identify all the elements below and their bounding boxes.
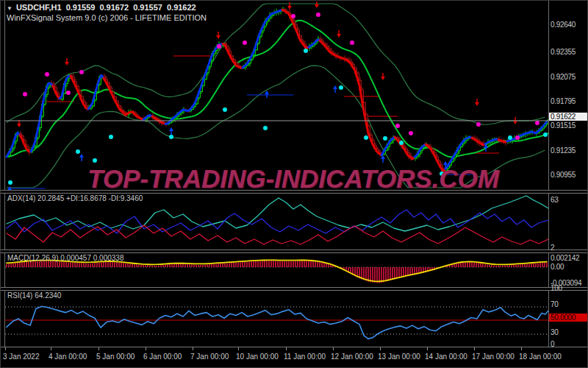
low-value: 0.91557: [133, 3, 162, 12]
time-label: 6 Jan 00:00: [143, 353, 182, 361]
bollinger-bands: [7, 4, 545, 188]
time-label: 5 Jan 00:00: [96, 353, 135, 361]
open-value: 0.91559: [66, 3, 96, 12]
scale-label: 0.91235: [551, 146, 576, 155]
scale-label: 0.92355: [551, 48, 576, 56]
adx-panel[interactable]: [7, 196, 548, 244]
high-value: 0.91672: [99, 3, 129, 12]
scale-label: 0.91515: [551, 121, 576, 130]
symbol-label: USDCHF,H1: [16, 3, 62, 12]
scale-label: 100: [551, 284, 562, 292]
scale-label: 63: [551, 196, 559, 204]
time-label: 3 Jan 2022: [3, 353, 40, 361]
scale-label: 2: [551, 244, 554, 252]
scale-label: 70: [551, 300, 559, 308]
time-tick: [427, 347, 428, 350]
macd-histogram: [7, 261, 547, 283]
scale-label: 30: [551, 328, 559, 336]
watermark-text: TOP-TRADING-INDICATORS.COM: [87, 164, 514, 194]
scale-label: 0.91795: [551, 97, 576, 105]
adx-series--DI: [7, 225, 548, 244]
time-tick: [286, 347, 287, 350]
time-axis[interactable]: 3 Jan 20224 Jan 00:005 Jan 00:006 Jan 00…: [1, 347, 588, 368]
close-value: 0.91622: [167, 3, 196, 12]
time-label: 10 Jan 00:00: [236, 353, 279, 361]
chart-left-border: [4, 1, 5, 347]
adx-series-+DI: [7, 210, 548, 233]
scale-label: 0.90955: [551, 171, 576, 179]
time-label: 18 Jan 00:00: [519, 353, 562, 361]
slow-ma-line: [7, 21, 548, 157]
scale-label: 0.92075: [551, 73, 576, 81]
time-tick: [5, 347, 6, 350]
time-label: 7 Jan 00:00: [190, 353, 229, 361]
mt4-chart-window: ▼USDCHF,H10.915590.916720.915570.91622 W…: [0, 0, 588, 368]
signal-dots: [8, 13, 548, 185]
scale-label: 0.002142: [551, 254, 579, 262]
time-tick: [380, 347, 381, 350]
time-tick: [146, 347, 146, 350]
rsi-label: RSI(14) 64.2340: [7, 291, 61, 300]
time-tick: [474, 347, 475, 350]
time-label: 4 Jan 00:00: [49, 353, 87, 361]
time-label: 14 Jan 00:00: [425, 353, 467, 361]
macd-panel[interactable]: [5, 260, 548, 283]
price-scale[interactable]: 0.926400.923550.920750.917950.916220.915…: [549, 1, 588, 347]
scale-label-highlight: 0.91622: [549, 113, 588, 121]
scale-label: 0.92640: [551, 21, 576, 29]
time-tick: [193, 347, 193, 350]
scale-label: 0.00: [551, 263, 564, 271]
scale-label-highlight: 50.0000: [549, 314, 588, 322]
time-label: 13 Jan 00:00: [378, 353, 420, 361]
time-tick: [51, 347, 51, 350]
macd-label: MACD(12,26,9) 0.000457 0.000338: [7, 254, 123, 262]
time-label: 17 Jan 00:00: [472, 353, 514, 361]
panel-splitter-adx-macd[interactable]: [1, 250, 588, 253]
rsi-panel[interactable]: [5, 306, 548, 339]
chart-header: ▼USDCHF,H10.915590.916720.915570.91622: [7, 3, 196, 12]
panel-splitter-macd-rsi[interactable]: [1, 287, 588, 291]
adx-label: ADX(14) 20.2845 +DI:16.8678 -DI:9.3460: [7, 194, 143, 202]
system-edition-label: WinFXSignal System 9.0 (c) 2006 - LIFETI…: [7, 13, 207, 22]
time-label: 12 Jan 00:00: [331, 353, 373, 361]
symbol-dropdown-icon[interactable]: ▼: [7, 5, 12, 12]
time-tick: [238, 347, 239, 350]
time-tick: [521, 347, 522, 350]
time-tick: [98, 347, 99, 350]
time-label: 11 Jan 00:00: [284, 353, 326, 361]
time-tick: [333, 347, 334, 350]
